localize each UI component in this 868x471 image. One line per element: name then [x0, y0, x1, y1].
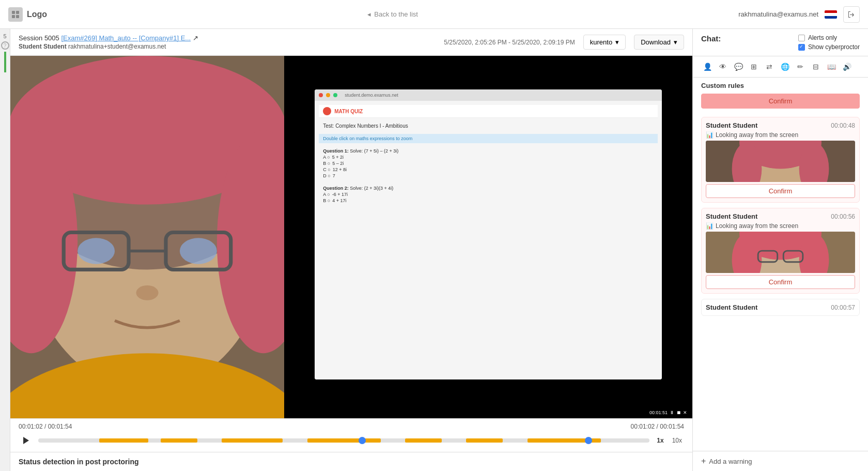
show-cyberproctor-label: Show cyberproctor: [808, 43, 860, 51]
event-2-icon: 📊: [706, 222, 714, 230]
right-panel-header: Chat: Alerts only Show cyberproctor: [693, 29, 868, 56]
language-flag-icon[interactable]: [825, 10, 837, 19]
source-selector-button[interactable]: kurento ▾: [583, 35, 626, 50]
show-cyberproctor-checkbox[interactable]: [798, 44, 805, 51]
back-arrow-icon: ◂: [367, 10, 371, 18]
dropdown-chevron-icon: ▾: [615, 38, 619, 46]
breadcrumb: ◂ Back to the list: [367, 10, 418, 18]
time-right: 00:01:02 / 00:01:54: [631, 423, 684, 430]
speed-10x-button[interactable]: 10x: [670, 436, 684, 445]
event-2-description: Looking away from the screen: [716, 222, 798, 230]
status-bar: [4, 52, 6, 72]
confirm-button-1[interactable]: Confirm: [706, 184, 855, 198]
alerts-only-label: Alerts only: [808, 34, 837, 41]
play-button[interactable]: [19, 433, 33, 448]
plus-icon: +: [701, 457, 706, 466]
arrows-icon-btn[interactable]: ⇄: [763, 60, 776, 73]
download-button[interactable]: Download ▾: [634, 35, 684, 50]
overlay-time: 00:01:51: [649, 410, 668, 415]
top-navigation: Logo ◂ Back to the list rakhmatulina@exa…: [0, 0, 868, 29]
svg-rect-1: [16, 11, 19, 14]
book-icon-btn[interactable]: 📖: [825, 60, 838, 73]
chat-event-1-name: Student Student: [706, 121, 757, 129]
video-section: student.demo.examus.net MATH QUIZ Test: …: [10, 56, 692, 452]
session-time-range: 5/25/2020, 2:05:26 PM - 5/25/2020, 2:09:…: [444, 39, 575, 46]
session-title: Session 5005 [Exam#269] Math_auto -- [Co…: [19, 34, 436, 42]
session-info: Session 5005 [Exam#269] Math_auto -- [Co…: [19, 34, 436, 50]
alerts-only-checkbox[interactable]: [798, 35, 805, 41]
icons-row: 👤 👁 💬 ⊞ ⇄ 🌐 ✏ ⊟ 📖 🔊: [693, 56, 868, 78]
exam-link[interactable]: [Exam#269] Math_auto -- [Company#1] E...: [61, 34, 191, 42]
source-label: kurento: [590, 38, 612, 46]
segment-5: [405, 438, 442, 443]
back-to-list-link[interactable]: Back to the list: [374, 10, 418, 18]
chat-event-2-name: Student Student: [706, 212, 757, 220]
test-title: Test: Complex Numbers I - Ambitious: [319, 121, 658, 131]
minimize-dot: [326, 93, 330, 97]
svg-point-14: [180, 238, 217, 264]
info-banner: Double click on maths expressions to zoo…: [319, 134, 658, 143]
overlay-stop-icon[interactable]: ⏹: [676, 410, 681, 415]
alerts-only-row: Alerts only: [798, 34, 860, 41]
time-display: 00:01:02 / 00:01:54 00:01:02 / 00:01:54: [19, 423, 684, 430]
download-chevron-icon: ▾: [674, 38, 677, 46]
video-row: student.demo.examus.net MATH QUIZ Test: …: [10, 56, 692, 418]
q2-text: Solve: (2 + 3i)(3 + 4i): [350, 186, 393, 191]
answer-2a: A ○-6 + 17i: [323, 192, 654, 197]
confirm-button-2[interactable]: Confirm: [706, 275, 855, 289]
session-number: 5: [3, 33, 6, 39]
svg-point-15: [136, 285, 158, 300]
webcam-feed: [10, 56, 284, 418]
add-warning-label: Add a warning: [709, 458, 752, 465]
q2-label: Question 2:: [323, 186, 349, 191]
right-panel: Chat: Alerts only Show cyberproctor 👤 👁 …: [692, 29, 868, 471]
chat-event-1-desc: 📊 Looking away from the screen: [706, 131, 855, 139]
chat-thumbnail-2: [706, 232, 855, 273]
eye-icon-btn[interactable]: 👁: [717, 60, 729, 73]
chat-event-3-name: Student Student: [706, 303, 757, 311]
overlay-close-icon[interactable]: ✕: [683, 410, 687, 415]
screen-content-area: student.demo.examus.net MATH QUIZ Test: …: [315, 89, 662, 379]
chat-icon-btn[interactable]: 💬: [732, 60, 745, 73]
edit-icon-btn[interactable]: ✏: [794, 60, 807, 73]
progress-bar[interactable]: [38, 438, 649, 443]
screen-recording: student.demo.examus.net MATH QUIZ Test: …: [284, 56, 692, 418]
speed-1x-button[interactable]: 1x: [655, 436, 665, 445]
main-layout: 5 ? Session 5005 [Exam#269] Math_auto --…: [0, 29, 868, 471]
globe-icon-btn[interactable]: 🌐: [779, 60, 791, 73]
person-icon-btn[interactable]: 👤: [701, 60, 714, 73]
segment-3: [222, 438, 283, 443]
chat-event-2-header: Student Student 00:00:56: [706, 212, 855, 220]
grid-icon-btn[interactable]: ⊞: [748, 60, 760, 73]
logout-button[interactable]: [843, 6, 860, 23]
answer-2b: B ○4 + 17i: [323, 198, 654, 203]
chat-event-2: Student Student 00:00:56 📊 Looking away …: [701, 208, 860, 294]
video-overlay-controls: 00:01:51 ⏸ ⏹ ✕: [646, 409, 690, 416]
progress-thumb-main[interactable]: [359, 437, 366, 444]
answer-a: A ○5 + 2i: [323, 155, 654, 160]
event-1-description: Looking away from the screen: [716, 131, 798, 139]
table-icon-btn[interactable]: ⊟: [810, 60, 822, 73]
answer-b: B ○5 – 2i: [323, 161, 654, 166]
webcam-svg: [10, 56, 284, 418]
chat-event-3: Student Student 00:00:57: [701, 299, 860, 316]
progress-thumb-secondary[interactable]: [585, 437, 592, 444]
segment-2: [161, 438, 197, 443]
chat-event-1-header: Student Student 00:00:48: [706, 121, 855, 129]
question-1: Question 1: Solve: (7 + 5i) – (2 + 3i) A…: [319, 146, 658, 181]
speed-controls: 1x 10x: [655, 436, 684, 445]
session-student: Student Student rakhmatulina+student@exa…: [19, 43, 436, 50]
sound-icon-btn[interactable]: 🔊: [841, 60, 853, 73]
browser-titlebar: student.demo.examus.net: [315, 89, 662, 101]
overlay-pause-icon[interactable]: ⏸: [670, 410, 674, 415]
nav-right: rakhmatulina@examus.net: [738, 6, 860, 23]
segment-6: [466, 438, 503, 443]
svg-marker-17: [23, 437, 29, 444]
confirm-button-top[interactable]: Confirm: [701, 94, 860, 109]
add-warning-button[interactable]: + Add a warning: [693, 451, 868, 471]
svg-rect-3: [16, 15, 19, 18]
session-id: 5005: [44, 34, 59, 42]
svg-point-13: [78, 238, 115, 264]
show-cyberproctor-row: Show cyberproctor: [798, 43, 860, 51]
event-1-icon: 📊: [706, 131, 714, 139]
